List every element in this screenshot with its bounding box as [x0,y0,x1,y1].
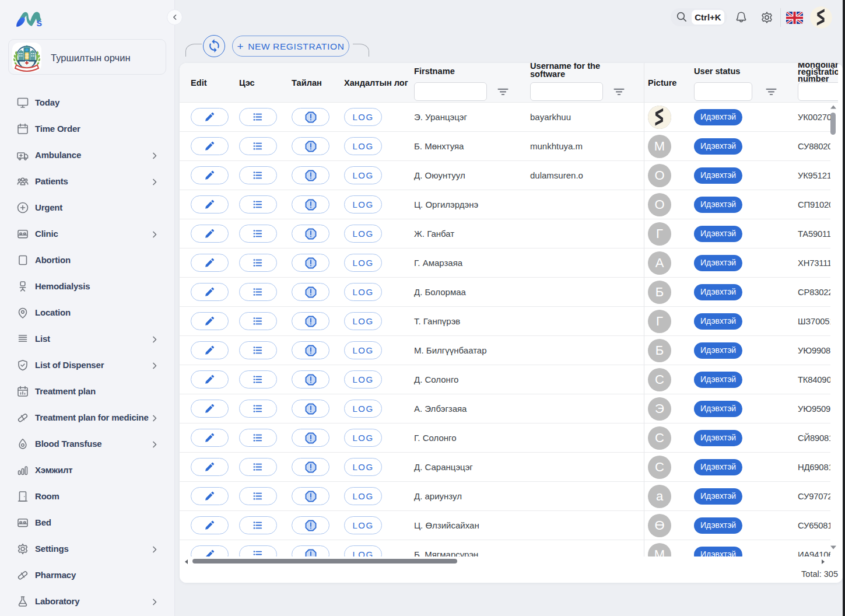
svg-text:s: s [36,17,42,27]
